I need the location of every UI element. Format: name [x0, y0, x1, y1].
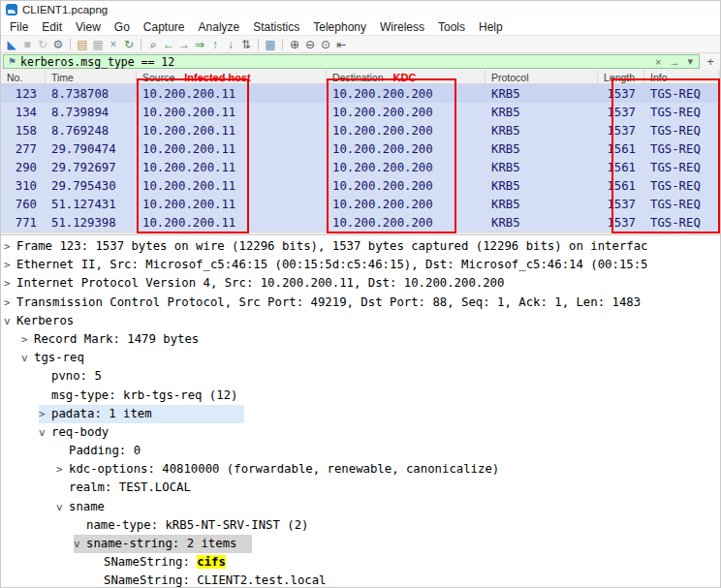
close-file-icon[interactable]: × [106, 36, 121, 52]
packet-row[interactable]: 1348.73989410.200.200.1110.200.200.200KR… [1, 103, 720, 121]
filter-add-button[interactable]: + [703, 54, 718, 69]
detail-text: req-body [51, 425, 109, 439]
detail-line[interactable]: >Transmission Control Protocol, Src Port… [1, 294, 720, 312]
menu-telephony[interactable]: Telephony [306, 19, 373, 35]
column-header-no[interactable]: No. [1, 70, 46, 83]
collapse-toggle-icon[interactable]: v [4, 312, 16, 330]
packet-row[interactable]: 27729.79047410.200.200.1110.200.200.200K… [1, 139, 720, 158]
zoom-in-icon[interactable]: ⊕ [287, 36, 302, 52]
detail-line-content: realm: TEST.LOCAL [56, 479, 191, 497]
detail-line[interactable]: SNameString: CLIENT2.test.local [1, 572, 720, 587]
indent-spacer [74, 516, 86, 535]
column-header-protocol[interactable]: Protocol [486, 70, 598, 83]
filter-clear-icon[interactable]: × [653, 56, 663, 68]
detail-line[interactable]: msg-type: krb-tgs-req (12) [1, 387, 720, 405]
detail-line[interactable]: >Ethernet II, Src: Microsof_c5:46:15 (00… [1, 256, 720, 274]
start-capture-icon[interactable]: ◣ [4, 36, 19, 52]
open-file-icon[interactable]: ▤ [75, 36, 90, 52]
packet-protocol: KRB5 [486, 198, 598, 211]
detail-line[interactable]: vKerberos [1, 312, 720, 330]
detail-line[interactable]: name-type: kRB5-NT-SRV-INST (2) [1, 516, 720, 535]
go-back-icon[interactable]: ← [161, 36, 176, 52]
packet-row[interactable]: 31029.79543010.200.200.1110.200.200.200K… [1, 176, 720, 195]
menu-help[interactable]: Help [472, 19, 510, 35]
menu-wireless[interactable]: Wireless [373, 19, 431, 35]
menu-view[interactable]: View [69, 19, 108, 35]
packet-destination: 10.200.200.200 [327, 87, 486, 101]
packet-row[interactable]: 29029.79269710.200.200.1110.200.200.200K… [1, 158, 720, 176]
detail-text: SNameString: [104, 555, 197, 569]
toolbar-separator [258, 39, 259, 50]
filter-apply-icon[interactable]: → [667, 56, 681, 68]
find-packet-icon[interactable]: ⌕ [145, 36, 161, 52]
detail-text: Frame 123: 1537 bytes on wire (12296 bit… [16, 239, 648, 253]
filter-bookmark-icon[interactable]: ⚑ [8, 56, 16, 67]
menu-analyze[interactable]: Analyze [192, 19, 247, 35]
expand-toggle-icon[interactable]: > [56, 460, 69, 479]
expand-toggle-icon[interactable]: > [4, 256, 16, 274]
auto-scroll-icon[interactable]: ⇅ [238, 36, 254, 52]
display-filter-input[interactable]: ⚑ kerberos.msg_type == 12 × → ▾ [3, 54, 700, 69]
filter-dropdown-icon[interactable]: ▾ [685, 55, 695, 68]
detail-line[interactable]: Padding: 0 [1, 442, 720, 460]
detail-line[interactable]: >Internet Protocol Version 4, Src: 10.20… [1, 274, 720, 293]
collapse-toggle-icon[interactable]: v [74, 535, 86, 553]
reload-file-icon[interactable]: ↻ [121, 36, 137, 52]
packet-row[interactable]: 1588.76924810.200.200.1110.200.200.200KR… [1, 121, 720, 139]
capture-options-icon[interactable]: ⚙ [50, 36, 66, 52]
detail-text: tgs-req [34, 351, 84, 364]
zoom-out-icon[interactable]: ⊖ [302, 36, 318, 52]
column-header-time[interactable]: Time [46, 70, 137, 83]
packet-row[interactable]: 77151.12939810.200.200.1110.200.200.200K… [1, 213, 720, 232]
detail-line[interactable]: SNameString: cifs [1, 553, 720, 572]
detail-line[interactable]: vsname-string: 2 items [1, 535, 720, 553]
last-packet-icon[interactable]: ↓ [223, 36, 238, 52]
menu-capture[interactable]: Capture [137, 19, 192, 35]
packet-row[interactable]: 76051.12743110.200.200.1110.200.200.200K… [1, 195, 720, 213]
resize-columns-icon[interactable]: ⇤ [333, 36, 349, 52]
expand-toggle-icon[interactable]: > [39, 405, 51, 423]
collapse-toggle-icon[interactable]: v [21, 349, 34, 367]
expand-toggle-icon[interactable]: > [21, 330, 34, 349]
restart-capture-icon[interactable]: ↻ [35, 36, 50, 52]
colorize-icon[interactable]: ▩ [263, 36, 278, 52]
stop-capture-icon[interactable]: ■ [19, 36, 35, 52]
detail-line[interactable]: >Frame 123: 1537 bytes on wire (12296 bi… [1, 237, 720, 256]
menu-tools[interactable]: Tools [431, 19, 472, 35]
packet-source: 10.200.200.11 [137, 198, 327, 211]
detail-line-content: SNameString: cifs [91, 553, 226, 572]
save-file-icon[interactable]: ▦ [90, 36, 106, 52]
window-title: CLIENT1.pcapng [22, 4, 108, 15]
column-header-length[interactable]: Length [598, 70, 644, 83]
column-header-info[interactable]: Info [644, 70, 720, 83]
menu-edit[interactable]: Edit [35, 19, 69, 35]
go-to-packet-icon[interactable]: ⇒ [192, 36, 207, 52]
zoom-reset-icon[interactable]: ⊙ [318, 36, 333, 52]
column-header-source[interactable]: Source Infected host [137, 70, 327, 83]
detail-line[interactable]: vreq-body [1, 423, 720, 442]
detail-line-content: name-type: kRB5-NT-SRV-INST (2) [74, 516, 309, 535]
expand-toggle-icon[interactable]: > [4, 294, 16, 312]
first-packet-icon[interactable]: ↑ [207, 36, 223, 52]
filter-expression-text[interactable]: kerberos.msg_type == 12 [20, 55, 649, 69]
menu-go[interactable]: Go [108, 19, 137, 35]
indent-spacer [56, 442, 69, 460]
detail-line[interactable]: pvno: 5 [1, 367, 720, 386]
detail-line[interactable]: >kdc-options: 40810000 (forwardable, ren… [1, 460, 720, 479]
packet-row[interactable]: 1238.73870810.200.200.1110.200.200.200KR… [1, 84, 720, 103]
menu-file[interactable]: File [3, 19, 35, 35]
collapse-toggle-icon[interactable]: v [39, 423, 51, 442]
detail-line[interactable]: >Record Mark: 1479 bytes [1, 330, 720, 349]
detail-line[interactable]: vsname [1, 498, 720, 516]
detail-text: Record Mark: 1479 bytes [34, 332, 199, 346]
packet-length: 1537 [598, 198, 644, 211]
expand-toggle-icon[interactable]: > [4, 274, 16, 293]
expand-toggle-icon[interactable]: > [4, 237, 16, 256]
detail-line[interactable]: >padata: 1 item [1, 405, 720, 423]
detail-line[interactable]: vtgs-req [1, 349, 720, 367]
menu-statistics[interactable]: Statistics [246, 19, 306, 35]
column-header-destination[interactable]: Destination KDC [327, 70, 486, 83]
collapse-toggle-icon[interactable]: v [56, 498, 69, 516]
go-forward-icon[interactable]: → [176, 36, 192, 52]
detail-line[interactable]: realm: TEST.LOCAL [1, 479, 720, 497]
